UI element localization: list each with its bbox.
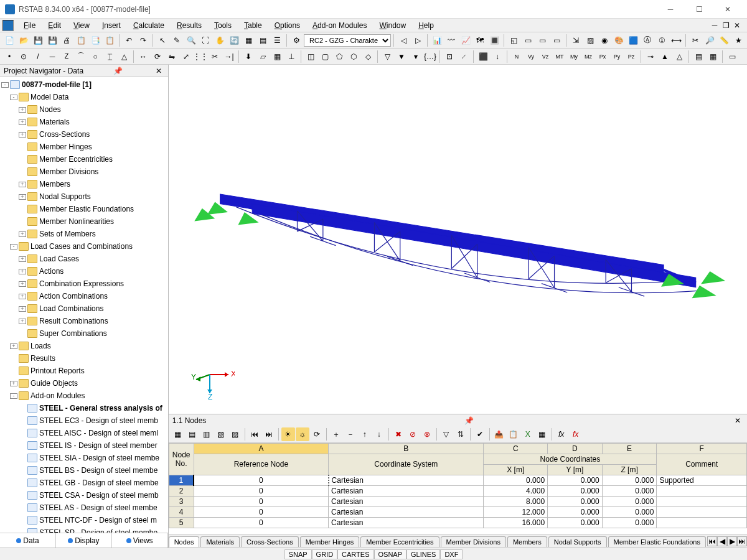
menu-addon-modules[interactable]: Add-on Modules — [306, 20, 373, 31]
t-clearall-icon[interactable]: ⊗ — [420, 427, 434, 441]
tree-addon-1[interactable]: +STEEL EC3 - Design of steel memb — [1, 415, 167, 426]
hinge-result-icon[interactable]: ⊸ — [644, 50, 657, 63]
col-node-no[interactable]: Node No. — [169, 443, 194, 475]
tree-modeldata-10[interactable]: +Sets of Members — [1, 228, 167, 240]
status-glines[interactable]: GLINES — [406, 549, 440, 559]
measure-icon[interactable]: 📏 — [717, 34, 731, 47]
control-box-icon[interactable] — [2, 20, 14, 31]
t-grid1-icon[interactable]: ▦ — [171, 427, 185, 441]
new-icon[interactable]: 📄 — [2, 34, 16, 47]
table-tab-materials[interactable]: Materials — [200, 536, 240, 547]
t-highlight2-icon[interactable]: ☼ — [296, 427, 309, 441]
t-grid5-icon[interactable]: ▨ — [228, 427, 242, 441]
member-tool-icon[interactable]: / — [31, 50, 45, 63]
tree-model-data[interactable]: -Model Data — [1, 91, 167, 103]
col-f[interactable]: F — [657, 443, 747, 454]
tree-addon-10[interactable]: +STEEL SP - Design of steel membe — [1, 527, 167, 533]
selset-icon[interactable]: {…} — [423, 50, 437, 63]
array-tool-icon[interactable]: ⋮⋮ — [194, 50, 207, 63]
shape3-icon[interactable]: ◇ — [361, 50, 375, 63]
table-tab-members[interactable]: Members — [507, 536, 547, 547]
tree-modeldata-4[interactable]: +Member Eccentricities — [1, 154, 167, 165]
menu-insert[interactable]: Insert — [96, 20, 127, 31]
my-result-icon[interactable]: My — [567, 50, 581, 63]
next-icon[interactable]: ▷ — [411, 34, 425, 47]
box-tool-icon[interactable]: ▢ — [318, 50, 332, 63]
t-grid2-icon[interactable]: ▤ — [186, 427, 199, 441]
status-grid[interactable]: GRID — [312, 549, 338, 559]
t-export-icon[interactable]: 📤 — [492, 427, 506, 441]
menu-file[interactable]: File — [17, 20, 42, 31]
cube-tool-icon[interactable]: ◫ — [304, 50, 317, 63]
mark-icon[interactable]: ★ — [731, 34, 745, 47]
project-tool-icon[interactable]: ⬇ — [242, 50, 255, 63]
render-icon[interactable]: 🎨 — [612, 34, 626, 47]
tree-loadcase-1[interactable]: +Actions — [1, 266, 167, 277]
sel-node-icon[interactable]: ⊡ — [443, 50, 456, 63]
t-calc-icon[interactable]: ▦ — [535, 427, 549, 441]
tree-modeldata-5[interactable]: +Member Divisions — [1, 166, 167, 177]
menu-view[interactable]: View — [67, 20, 96, 31]
table-pin-icon[interactable]: 📌 — [462, 416, 476, 425]
mt-result-icon[interactable]: MT — [553, 50, 566, 63]
table-row[interactable]: 20Cartesian4.0000.0000.000 — [169, 485, 746, 496]
open-icon[interactable]: 📂 — [17, 34, 31, 47]
navigator-tree[interactable]: -00877-model-file [1]-Model Data+Nodes+M… — [1, 78, 167, 533]
tree-addon-7[interactable]: +STEEL CSA - Design of steel memb — [1, 490, 167, 501]
table-tab-member-divisions[interactable]: Member Divisions — [441, 536, 506, 547]
table-tab-nodal-supports[interactable]: Nodal Supports — [548, 536, 607, 547]
prev-icon[interactable]: ◁ — [397, 34, 410, 47]
t-grid4-icon[interactable]: ▧ — [214, 427, 228, 441]
deform-icon[interactable]: 〰 — [444, 34, 458, 47]
window-result-icon[interactable]: ▭ — [725, 50, 739, 63]
tree-modeldata-0[interactable]: +Nodes — [1, 104, 167, 115]
results-icon[interactable]: 📊 — [430, 34, 444, 47]
arc-tool-icon[interactable]: ⌒ — [74, 50, 88, 63]
mirror-tool-icon[interactable]: ⇋ — [165, 50, 179, 63]
table-row[interactable]: 40Cartesian12.0000.0000.000 — [169, 506, 746, 517]
vz-result-icon[interactable]: Vz — [538, 50, 552, 63]
tree-loadcase-2[interactable]: +Combination Expressions — [1, 278, 167, 289]
t-refresh-icon[interactable]: ⟳ — [310, 427, 324, 441]
nav-tab-views[interactable]: Views — [112, 533, 168, 548]
divide-tool-icon[interactable]: ✂ — [208, 50, 222, 63]
table-icon[interactable]: ▤ — [256, 34, 270, 47]
t-up-icon[interactable]: ↑ — [358, 427, 372, 441]
t-insert-icon[interactable]: ✖ — [392, 427, 405, 441]
section-tool-icon[interactable]: ⌶ — [103, 50, 116, 63]
rotate-tool-icon[interactable]: ⟳ — [151, 50, 164, 63]
isometric-icon[interactable]: ◱ — [507, 34, 520, 47]
menu-help[interactable]: Help — [412, 20, 440, 31]
tree-addon-5[interactable]: +STEEL BS - Design of steel membe — [1, 465, 167, 476]
scale-icon[interactable]: ⇲ — [569, 34, 583, 47]
show-results-icon[interactable]: ▨ — [583, 34, 597, 47]
diagram-icon[interactable]: 📈 — [459, 34, 472, 47]
t-fx-edit-icon[interactable]: fx — [555, 427, 568, 441]
redo-icon[interactable]: ↷ — [136, 34, 150, 47]
cut-icon[interactable]: ✂ — [688, 34, 702, 47]
scale-tool-icon[interactable]: ⤢ — [179, 50, 193, 63]
polyline-tool-icon[interactable]: Ｚ — [60, 50, 73, 63]
px-result-icon[interactable]: Px — [596, 50, 609, 63]
select-icon[interactable]: ↖ — [156, 34, 169, 47]
t-delete-icon[interactable]: － — [344, 427, 357, 441]
table-result-icon[interactable]: ▦ — [706, 50, 720, 63]
workplane-icon[interactable]: ▱ — [256, 50, 270, 63]
tree-load-cases[interactable]: -Load Cases and Combinations — [1, 241, 167, 252]
tree-root-model[interactable]: -00877-model-file [1] — [1, 79, 167, 90]
display-icon[interactable]: ◉ — [598, 34, 611, 47]
table-row[interactable]: 30Cartesian8.0000.0000.000 — [169, 496, 746, 506]
tree-modeldata-3[interactable]: +Member Hinges — [1, 141, 167, 152]
col-b[interactable]: B — [329, 443, 484, 454]
tree-modeldata-9[interactable]: +Member Nonlinearities — [1, 216, 167, 227]
t-clear-icon[interactable]: ⊘ — [406, 427, 420, 441]
tree-modeldata-2[interactable]: +Cross-Sections — [1, 129, 167, 140]
maximize-button[interactable]: ☐ — [685, 1, 713, 18]
tree-addon-3[interactable]: +STEEL IS - Design of steel member — [1, 440, 167, 451]
preview-icon[interactable]: 📋 — [74, 34, 88, 47]
model-viewport[interactable]: X Y Z — [169, 65, 747, 414]
tree-modeldata-1[interactable]: +Materials — [1, 116, 167, 128]
table-tab-member-elastic-foundations[interactable]: Member Elastic Foundations — [608, 536, 706, 547]
pin-icon[interactable]: 📌 — [111, 67, 125, 75]
mdi-close-button[interactable]: ✕ — [732, 21, 742, 30]
